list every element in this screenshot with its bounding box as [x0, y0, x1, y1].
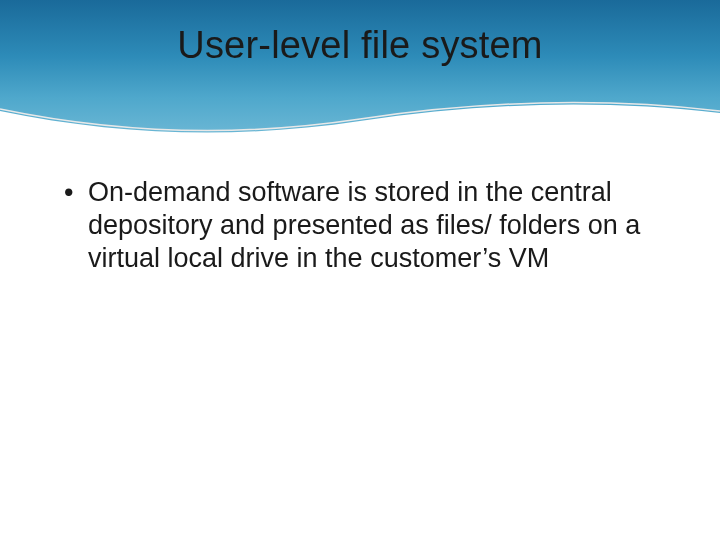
slide-content: On-demand software is stored in the cent… [0, 140, 720, 275]
bullet-item: On-demand software is stored in the cent… [64, 176, 656, 275]
wave-decoration [0, 91, 720, 141]
slide-title: User-level file system [0, 24, 720, 67]
bullet-list: On-demand software is stored in the cent… [64, 176, 656, 275]
slide-header: User-level file system [0, 0, 720, 140]
